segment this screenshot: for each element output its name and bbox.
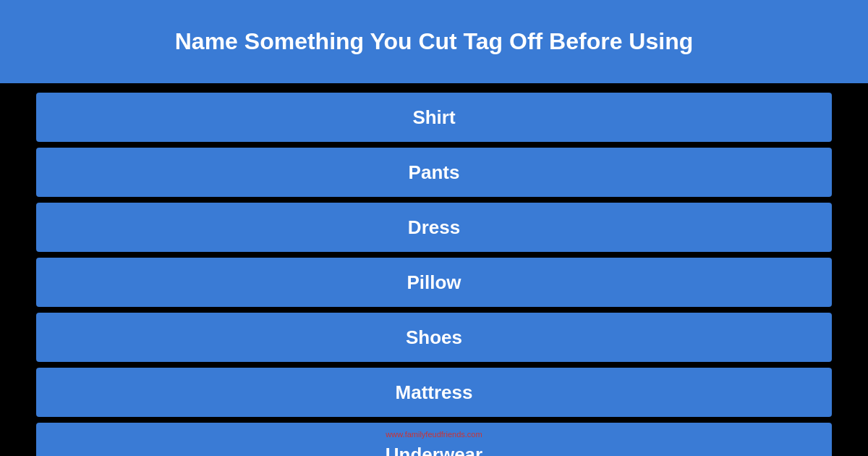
answer-row-7: Underwear xyxy=(36,423,832,456)
answer-label-7: Underwear xyxy=(386,444,482,456)
header-section: Name Something You Cut Tag Off Before Us… xyxy=(0,0,868,83)
answer-row-3: Dress xyxy=(36,203,832,252)
answer-row-6: Mattress xyxy=(36,368,832,417)
answer-label-1: Shirt xyxy=(412,106,455,129)
answer-label-6: Mattress xyxy=(396,381,473,404)
watermark: www.familyfeudfriends.com xyxy=(386,430,482,439)
answer-row-1: Shirt xyxy=(36,93,832,142)
answer-label-3: Dress xyxy=(408,216,460,239)
answer-row-5: Shoes xyxy=(36,313,832,362)
question-title: Name Something You Cut Tag Off Before Us… xyxy=(175,28,693,55)
answer-label-2: Pants xyxy=(409,161,460,184)
answer-label-5: Shoes xyxy=(406,326,462,349)
answer-row-4: Pillow xyxy=(36,258,832,307)
answer-label-4: Pillow xyxy=(407,271,461,294)
answers-container: Shirt Pants Dress Pillow Shoes Mattress … xyxy=(0,87,868,456)
answer-row-2: Pants xyxy=(36,148,832,197)
